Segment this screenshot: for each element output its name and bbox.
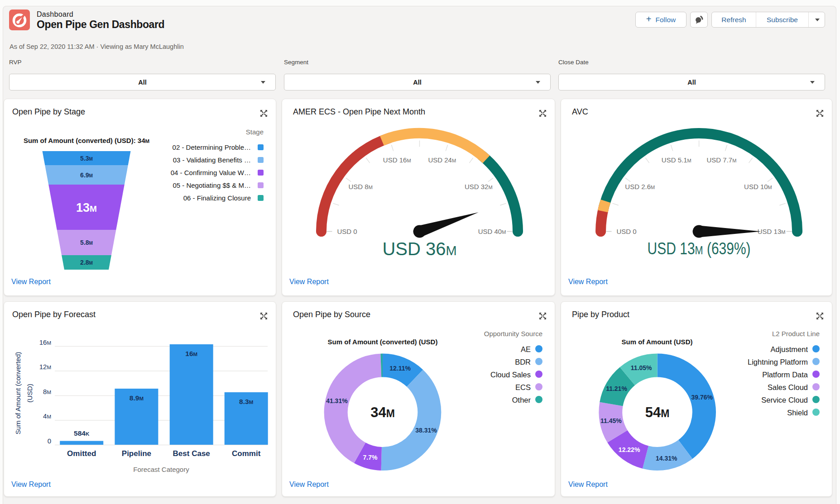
- svg-text:USD 7.7M: USD 7.7M: [706, 156, 736, 164]
- svg-text:USD 8M: USD 8M: [349, 183, 373, 190]
- svg-text:Best Case: Best Case: [173, 449, 210, 458]
- svg-text:584K: 584K: [74, 429, 90, 437]
- svg-text:USD 40M: USD 40M: [478, 228, 506, 235]
- svg-text:Sum of Amount (converted): Sum of Amount (converted): [14, 352, 22, 435]
- svg-text:USD 16M: USD 16M: [383, 156, 411, 164]
- svg-text:8M: 8M: [43, 388, 51, 395]
- svg-text:Forecast Category: Forecast Category: [133, 466, 189, 473]
- svg-text:USD 13M: USD 13M: [758, 228, 786, 235]
- svg-text:USD 24M: USD 24M: [428, 156, 456, 164]
- svg-text:54M: 54M: [645, 404, 670, 420]
- svg-text:Omitted: Omitted: [67, 449, 96, 458]
- svg-text:Commit: Commit: [232, 449, 261, 458]
- svg-text:USD 0: USD 0: [337, 228, 357, 235]
- svg-text:41.31%: 41.31%: [326, 397, 348, 404]
- svg-text:12.11%: 12.11%: [389, 365, 411, 372]
- svg-text:0: 0: [48, 437, 51, 445]
- svg-text:USD 10M: USD 10M: [744, 183, 772, 190]
- svg-text:12.22%: 12.22%: [619, 446, 640, 453]
- svg-text:USD 5.1M: USD 5.1M: [662, 156, 691, 164]
- svg-text:(USD): (USD): [26, 384, 34, 403]
- svg-text:4M: 4M: [43, 412, 51, 420]
- svg-text:11.05%: 11.05%: [631, 364, 652, 371]
- svg-text:7.7%: 7.7%: [363, 454, 378, 461]
- svg-text:14.31%: 14.31%: [656, 455, 677, 462]
- svg-text:USD 2.6M: USD 2.6M: [625, 183, 655, 190]
- svg-text:Pipeline: Pipeline: [122, 449, 151, 458]
- svg-text:34M: 34M: [370, 404, 395, 420]
- svg-text:11.45%: 11.45%: [600, 417, 622, 424]
- svg-text:12M: 12M: [39, 363, 51, 371]
- svg-text:38.31%: 38.31%: [415, 427, 437, 434]
- svg-text:USD 0: USD 0: [617, 228, 637, 235]
- svg-text:USD 13M (639%): USD 13M (639%): [648, 239, 751, 258]
- svg-text:11.21%: 11.21%: [606, 385, 627, 392]
- svg-text:USD 32M: USD 32M: [465, 183, 493, 190]
- svg-text:16M: 16M: [39, 338, 51, 346]
- svg-text:39.76%: 39.76%: [691, 394, 713, 401]
- svg-text:USD 36M: USD 36M: [382, 239, 456, 259]
